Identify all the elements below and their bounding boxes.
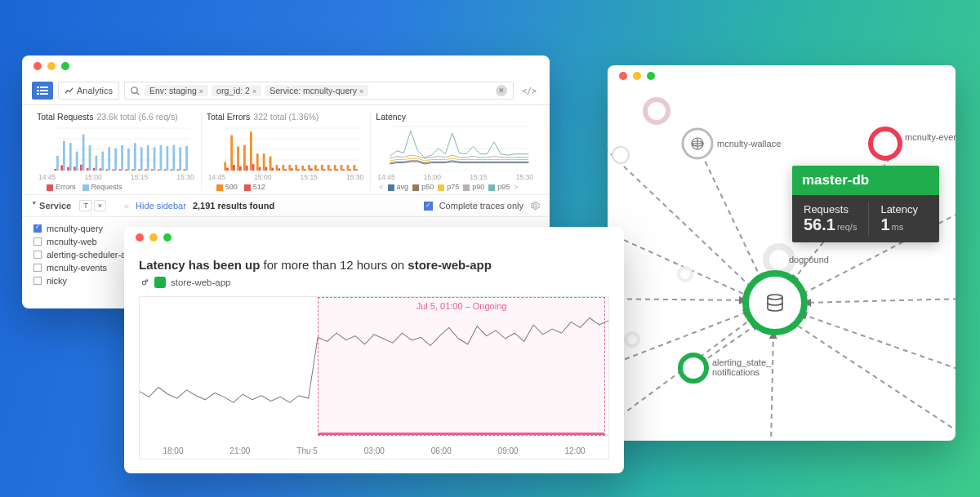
legend-item[interactable]: 500 <box>216 183 238 191</box>
alert-headline: Latency has been up for more than 12 hou… <box>139 258 609 272</box>
svg-rect-93 <box>304 169 306 171</box>
minimize-icon[interactable] <box>47 62 56 70</box>
latency-chart-xaxis: 18:0021:00Thu 503:0006:0009:0012:00 <box>140 446 608 455</box>
svg-rect-53 <box>179 147 181 171</box>
svg-rect-49 <box>154 147 156 171</box>
close-icon[interactable] <box>136 233 144 242</box>
svg-rect-1 <box>40 87 48 88</box>
svg-rect-85 <box>252 164 254 171</box>
legend-item[interactable]: Errors <box>47 183 76 191</box>
svg-rect-94 <box>310 168 313 171</box>
svg-point-6 <box>131 87 137 92</box>
svg-rect-48 <box>147 145 149 171</box>
chart-requests-stat: 23.6k total (6.6 req/s) <box>96 112 177 122</box>
chart-errors-title: Total Errors <box>207 112 251 122</box>
info-latency-label: Latency <box>880 203 928 215</box>
svg-rect-91 <box>291 168 293 171</box>
legend-item[interactable]: 512 <box>244 183 265 191</box>
close-icon[interactable] <box>619 72 627 80</box>
svg-rect-81 <box>226 168 229 171</box>
legend-swatch <box>47 184 53 191</box>
service-map-canvas[interactable]: mcnulty-wallace mcnulty-events dogpound <box>608 87 956 441</box>
svg-rect-51 <box>166 146 168 171</box>
svg-rect-63 <box>243 145 246 171</box>
svg-rect-42 <box>108 147 110 171</box>
node-dogpound-label: dogpound <box>789 255 829 264</box>
maximize-icon[interactable] <box>61 62 69 70</box>
svg-rect-45 <box>127 149 130 171</box>
node-mcnulty-events[interactable]: mcnulty-events <box>871 129 956 158</box>
search-icon <box>131 87 140 95</box>
svg-rect-84 <box>245 166 247 171</box>
svg-rect-0 <box>37 87 39 88</box>
node-alerting-state[interactable]: alerting_state_notifications <box>680 355 772 381</box>
checkbox-icon[interactable] <box>33 264 42 272</box>
maximize-icon[interactable] <box>647 72 655 80</box>
gear-icon[interactable] <box>530 201 540 211</box>
info-requests-value: 56.1 <box>804 215 835 233</box>
checkbox-icon[interactable] <box>33 224 42 233</box>
minimize-icon[interactable] <box>633 72 641 80</box>
svg-rect-23 <box>118 169 121 171</box>
svg-rect-19 <box>93 168 96 171</box>
analytics-tab[interactable]: Analytics <box>58 82 119 100</box>
minimize-icon[interactable] <box>149 233 158 242</box>
facet-text-btn[interactable]: T <box>79 200 92 211</box>
svg-rect-20 <box>100 168 102 171</box>
legend-item[interactable]: p75 <box>438 183 459 191</box>
checkbox-icon[interactable] <box>33 251 42 259</box>
svg-rect-99 <box>342 169 345 171</box>
svg-rect-13 <box>54 169 56 171</box>
info-latency-value: 1 <box>880 215 889 233</box>
svg-rect-67 <box>269 157 271 171</box>
svg-line-107 <box>608 225 751 297</box>
latency-line-plot <box>140 297 608 436</box>
chart-latency-plot <box>376 123 535 171</box>
service-facet-label: mcnulty-web <box>47 237 97 246</box>
hide-sidebar-link[interactable]: Hide sidebar <box>136 201 186 211</box>
svg-rect-60 <box>224 162 226 171</box>
legend-item[interactable]: Requests <box>82 183 122 191</box>
svg-rect-33 <box>183 169 185 171</box>
checkbox-icon[interactable] <box>33 237 42 246</box>
node-info-panel: master-db Requests 56.1req/s Latency 1ms <box>792 166 939 242</box>
legend-item[interactable]: p95 <box>488 183 510 191</box>
svg-line-114 <box>804 299 956 303</box>
svg-text:mcnulty-wallace: mcnulty-wallace <box>717 139 781 149</box>
legend-item[interactable]: p50 <box>412 183 434 191</box>
svg-rect-25 <box>131 169 134 171</box>
facet-clear-btn[interactable]: × <box>94 200 106 211</box>
svg-rect-65 <box>256 153 259 171</box>
close-icon[interactable] <box>33 62 42 70</box>
svg-rect-90 <box>284 169 287 171</box>
window-controls <box>608 65 956 87</box>
facet-service-expand[interactable]: ˅ Service <box>32 201 71 211</box>
list-view-button[interactable] <box>32 82 53 100</box>
legend-next[interactable]: > <box>514 183 518 191</box>
maximize-icon[interactable] <box>163 233 172 242</box>
search-tag[interactable]: Env: staging× <box>145 85 208 96</box>
legend-item[interactable]: avg <box>388 183 409 191</box>
svg-rect-70 <box>288 165 291 171</box>
svg-rect-43 <box>114 149 117 171</box>
chart-latency-legend: < avgp50p75p90p95> <box>376 181 535 191</box>
search-input[interactable]: Env: staging×org_id: 2×Service: mcnulty-… <box>124 82 514 100</box>
settings-icon[interactable] <box>139 277 149 288</box>
node-mcnulty-wallace[interactable]: mcnulty-wallace <box>683 129 781 158</box>
legend-swatch <box>463 184 470 191</box>
search-tag[interactable]: Service: mcnulty-query× <box>265 85 368 96</box>
code-view-toggle[interactable]: </> <box>519 87 540 95</box>
search-tag[interactable]: org_id: 2× <box>212 85 261 96</box>
legend-item[interactable]: p90 <box>463 183 484 191</box>
svg-rect-26 <box>138 169 140 171</box>
checkbox-icon[interactable] <box>33 277 42 285</box>
legend-prev[interactable]: < <box>379 183 383 191</box>
svg-rect-37 <box>76 152 78 171</box>
clear-search-icon[interactable]: ✕ <box>496 85 507 96</box>
chart-latency: Latency 14:4515:0015:1515:30 < avgp50p75… <box>370 112 540 191</box>
node-master-db[interactable] <box>746 273 804 332</box>
svg-rect-52 <box>172 145 175 171</box>
service-name[interactable]: store-web-app <box>171 277 231 287</box>
svg-rect-71 <box>295 165 297 171</box>
complete-traces-checkbox[interactable] <box>424 202 433 211</box>
